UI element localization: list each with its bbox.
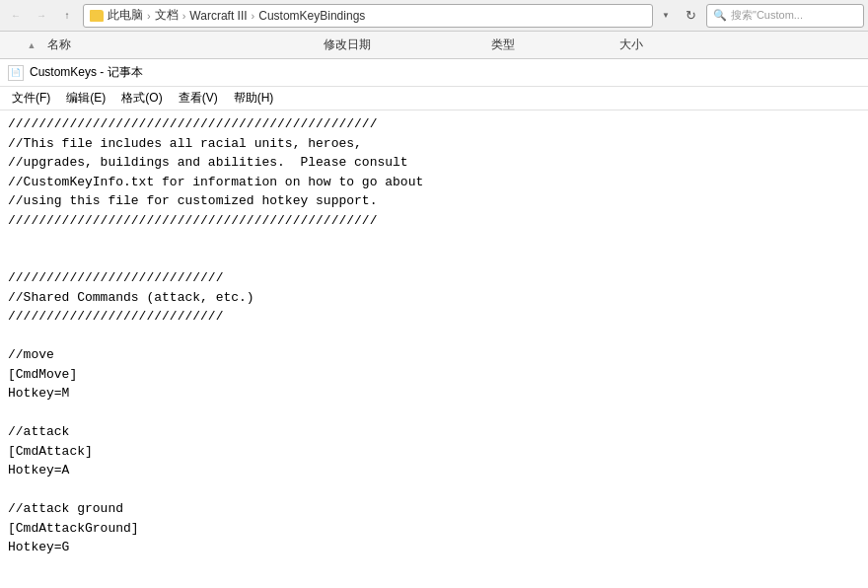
content-line: //attack xyxy=(8,422,860,442)
content-line: //Shared Commands (attack, etc.) xyxy=(8,288,860,308)
address-part-1: 此电脑 xyxy=(108,7,143,24)
nav-buttons: ← → ↑ xyxy=(4,4,79,28)
sep-2: › xyxy=(182,10,186,22)
content-line: //upgrades, buildings and abilities. Ple… xyxy=(8,153,860,173)
content-line: ////////////////////////////////////////… xyxy=(8,114,860,134)
address-bar-container: ← → ↑ 此电脑 › 文档 › Warcraft III › CustomKe… xyxy=(0,0,868,32)
column-type[interactable]: 类型 xyxy=(483,37,612,53)
content-line: Hotkey=A xyxy=(8,461,860,480)
menu-help[interactable]: 帮助(H) xyxy=(226,87,282,110)
notepad-icon: 📄 xyxy=(8,65,24,81)
content-line: //attack ground xyxy=(8,499,860,519)
menu-format[interactable]: 格式(O) xyxy=(113,87,170,110)
content-line: ////////////////////////////////////////… xyxy=(8,211,860,231)
content-line: //CustomKeyInfo.txt for information on h… xyxy=(8,173,860,192)
search-icon: 🔍 xyxy=(713,9,727,22)
notepad-icon-symbol: 📄 xyxy=(11,68,21,77)
content-line: //move xyxy=(8,345,860,365)
expand-icon: ▲ xyxy=(24,40,39,50)
content-line xyxy=(8,404,860,423)
content-line: //using this file for customized hotkey … xyxy=(8,191,860,211)
back-button[interactable]: ← xyxy=(4,4,28,28)
refresh-button[interactable]: ↻ xyxy=(679,4,702,28)
notepad-menubar: 文件(F) 编辑(E) 格式(O) 查看(V) 帮助(H) xyxy=(0,87,868,110)
notepad-content[interactable]: ////////////////////////////////////////… xyxy=(0,110,868,588)
content-line xyxy=(8,327,860,346)
content-line xyxy=(8,250,860,269)
address-part-4: CustomKeyBindings xyxy=(258,9,365,23)
address-bar[interactable]: 此电脑 › 文档 › Warcraft III › CustomKeyBindi… xyxy=(83,4,653,28)
column-size[interactable]: 大小 xyxy=(612,37,710,53)
content-line: Hotkey=G xyxy=(8,538,860,557)
notepad-title: CustomKeys - 记事本 xyxy=(30,64,143,81)
address-dropdown-button[interactable]: ▼ xyxy=(657,4,675,28)
column-headers: ▲ 名称 修改日期 类型 大小 xyxy=(0,32,868,59)
address-part-3: Warcraft III xyxy=(189,9,247,23)
search-bar[interactable]: 🔍 搜索"Custom... xyxy=(706,4,864,28)
content-line: [CmdMove] xyxy=(8,365,860,385)
search-placeholder: 搜索"Custom... xyxy=(731,8,803,23)
toolbar-right: ↻ 🔍 搜索"Custom... xyxy=(679,4,864,28)
column-date[interactable]: 修改日期 xyxy=(316,37,483,53)
notepad-titlebar: 📄 CustomKeys - 记事本 xyxy=(0,59,868,87)
forward-button[interactable]: → xyxy=(30,4,53,28)
menu-edit[interactable]: 编辑(E) xyxy=(58,87,113,110)
up-button[interactable]: ↑ xyxy=(55,4,79,28)
content-line xyxy=(8,230,860,250)
address-part-2: 文档 xyxy=(155,7,179,24)
content-line: [CmdAttackGround] xyxy=(8,519,860,539)
content-line: //////////////////////////// xyxy=(8,307,860,327)
sep-3: › xyxy=(252,10,255,22)
folder-icon xyxy=(90,10,104,22)
content-line xyxy=(8,480,860,500)
content-line: //This file includes all racial units, h… xyxy=(8,134,860,154)
content-line: //////////////////////////// xyxy=(8,268,860,288)
content-line: [CmdAttack] xyxy=(8,442,860,462)
content-line: Hotkey=M xyxy=(8,384,860,404)
sep-1: › xyxy=(147,10,151,22)
column-name[interactable]: 名称 xyxy=(39,37,316,53)
menu-view[interactable]: 查看(V) xyxy=(171,87,226,110)
menu-file[interactable]: 文件(F) xyxy=(4,87,58,110)
